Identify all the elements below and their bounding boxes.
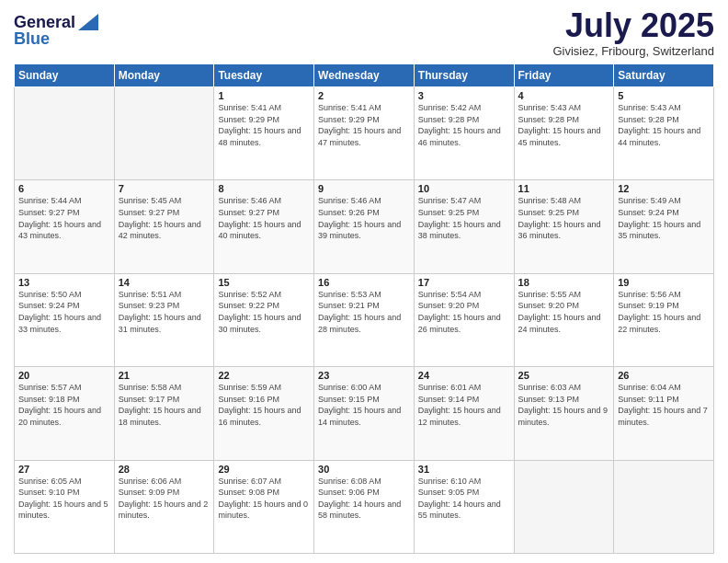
day-number: 5 [618,90,710,101]
day-cell [614,460,714,553]
week-row-5: 27Sunrise: 6:05 AMSunset: 9:10 PMDayligh… [15,460,714,553]
day-cell: 10Sunrise: 5:47 AMSunset: 9:25 PMDayligh… [414,180,514,273]
day-info: Sunrise: 5:58 AMSunset: 9:17 PMDaylight:… [119,382,210,428]
calendar-table: SundayMondayTuesdayWednesdayThursdayFrid… [14,63,714,554]
day-cell: 14Sunrise: 5:51 AMSunset: 9:23 PMDayligh… [114,273,214,366]
day-cell: 30Sunrise: 6:08 AMSunset: 9:06 PMDayligh… [314,460,415,553]
weekday-header-thursday: Thursday [414,64,514,87]
day-cell: 23Sunrise: 6:00 AMSunset: 9:15 PMDayligh… [314,367,415,460]
logo-blue-text: Blue [14,29,98,49]
day-number: 3 [418,90,510,101]
day-number: 19 [618,277,710,288]
day-number: 23 [318,370,410,381]
day-number: 26 [618,370,710,381]
week-row-1: 1Sunrise: 5:41 AMSunset: 9:29 PMDaylight… [15,87,714,180]
day-number: 22 [218,370,310,381]
day-number: 6 [18,183,110,194]
day-info: Sunrise: 5:56 AMSunset: 9:19 PMDaylight:… [618,289,710,335]
day-number: 4 [518,90,610,101]
day-number: 17 [418,277,510,288]
day-number: 11 [518,183,610,194]
day-info: Sunrise: 5:54 AMSunset: 9:20 PMDaylight:… [418,289,510,335]
day-number: 30 [318,464,410,475]
day-number: 18 [518,277,610,288]
day-cell: 27Sunrise: 6:05 AMSunset: 9:10 PMDayligh… [15,460,115,553]
day-cell: 5Sunrise: 5:43 AMSunset: 9:28 PMDaylight… [614,87,714,180]
day-info: Sunrise: 5:43 AMSunset: 9:28 PMDaylight:… [518,102,610,148]
day-number: 1 [218,90,310,101]
day-info: Sunrise: 6:10 AMSunset: 9:05 PMDaylight:… [418,476,510,522]
day-info: Sunrise: 5:46 AMSunset: 9:27 PMDaylight:… [218,195,310,241]
day-info: Sunrise: 5:48 AMSunset: 9:25 PMDaylight:… [518,195,610,241]
week-row-2: 6Sunrise: 5:44 AMSunset: 9:27 PMDaylight… [15,180,714,273]
day-info: Sunrise: 6:08 AMSunset: 9:06 PMDaylight:… [318,476,410,522]
day-info: Sunrise: 5:55 AMSunset: 9:20 PMDaylight:… [518,289,610,335]
day-info: Sunrise: 5:43 AMSunset: 9:28 PMDaylight:… [618,102,710,148]
title-block: July 2025 Givisiez, Fribourg, Switzerlan… [552,9,714,58]
day-number: 2 [318,90,410,101]
day-info: Sunrise: 6:00 AMSunset: 9:15 PMDaylight:… [318,382,410,428]
header: General Blue July 2025 Givisiez, Fribour… [14,9,714,58]
day-info: Sunrise: 5:42 AMSunset: 9:28 PMDaylight:… [418,102,510,148]
day-info: Sunrise: 5:46 AMSunset: 9:26 PMDaylight:… [318,195,410,241]
day-info: Sunrise: 5:41 AMSunset: 9:29 PMDaylight:… [318,102,410,148]
weekday-header-monday: Monday [114,64,214,87]
day-cell: 2Sunrise: 5:41 AMSunset: 9:29 PMDaylight… [314,87,415,180]
day-number: 25 [518,370,610,381]
day-cell: 24Sunrise: 6:01 AMSunset: 9:14 PMDayligh… [414,367,514,460]
day-info: Sunrise: 5:49 AMSunset: 9:24 PMDaylight:… [618,195,710,241]
day-number: 15 [218,277,310,288]
logo: General Blue [14,13,98,49]
day-number: 21 [119,370,210,381]
day-number: 12 [618,183,710,194]
day-info: Sunrise: 5:45 AMSunset: 9:27 PMDaylight:… [119,195,210,241]
logo-icon [78,14,98,30]
day-number: 9 [318,183,410,194]
day-cell [15,87,115,180]
weekday-header-saturday: Saturday [614,64,714,87]
subtitle: Givisiez, Fribourg, Switzerland [552,44,714,58]
week-row-3: 13Sunrise: 5:50 AMSunset: 9:24 PMDayligh… [15,273,714,366]
day-cell: 29Sunrise: 6:07 AMSunset: 9:08 PMDayligh… [214,460,314,553]
day-number: 28 [119,464,210,475]
day-cell: 13Sunrise: 5:50 AMSunset: 9:24 PMDayligh… [15,273,115,366]
day-cell: 16Sunrise: 5:53 AMSunset: 9:21 PMDayligh… [314,273,415,366]
weekday-header-friday: Friday [514,64,614,87]
day-number: 8 [218,183,310,194]
day-cell: 26Sunrise: 6:04 AMSunset: 9:11 PMDayligh… [614,367,714,460]
day-cell: 18Sunrise: 5:55 AMSunset: 9:20 PMDayligh… [514,273,614,366]
day-info: Sunrise: 6:05 AMSunset: 9:10 PMDaylight:… [18,476,110,522]
day-number: 13 [18,277,110,288]
day-info: Sunrise: 5:59 AMSunset: 9:16 PMDaylight:… [218,382,310,428]
day-cell: 6Sunrise: 5:44 AMSunset: 9:27 PMDaylight… [15,180,115,273]
day-cell: 21Sunrise: 5:58 AMSunset: 9:17 PMDayligh… [114,367,214,460]
day-cell: 9Sunrise: 5:46 AMSunset: 9:26 PMDaylight… [314,180,415,273]
day-cell: 22Sunrise: 5:59 AMSunset: 9:16 PMDayligh… [214,367,314,460]
day-info: Sunrise: 5:44 AMSunset: 9:27 PMDaylight:… [18,195,110,241]
day-number: 31 [418,464,510,475]
weekday-header-wednesday: Wednesday [314,64,415,87]
day-cell: 20Sunrise: 5:57 AMSunset: 9:18 PMDayligh… [15,367,115,460]
day-cell: 28Sunrise: 6:06 AMSunset: 9:09 PMDayligh… [114,460,214,553]
day-info: Sunrise: 5:52 AMSunset: 9:22 PMDaylight:… [218,289,310,335]
day-cell: 17Sunrise: 5:54 AMSunset: 9:20 PMDayligh… [414,273,514,366]
weekday-header-tuesday: Tuesday [214,64,314,87]
day-number: 14 [119,277,210,288]
day-cell: 1Sunrise: 5:41 AMSunset: 9:29 PMDaylight… [214,87,314,180]
day-cell: 11Sunrise: 5:48 AMSunset: 9:25 PMDayligh… [514,180,614,273]
day-info: Sunrise: 6:03 AMSunset: 9:13 PMDaylight:… [518,382,610,428]
week-row-4: 20Sunrise: 5:57 AMSunset: 9:18 PMDayligh… [15,367,714,460]
weekday-header-sunday: Sunday [15,64,115,87]
day-cell: 3Sunrise: 5:42 AMSunset: 9:28 PMDaylight… [414,87,514,180]
day-number: 27 [18,464,110,475]
page: General Blue July 2025 Givisiez, Fribour… [0,0,728,563]
day-number: 24 [418,370,510,381]
day-cell: 4Sunrise: 5:43 AMSunset: 9:28 PMDaylight… [514,87,614,180]
day-info: Sunrise: 6:04 AMSunset: 9:11 PMDaylight:… [618,382,710,428]
svg-marker-0 [78,14,98,30]
day-number: 16 [318,277,410,288]
day-number: 20 [18,370,110,381]
day-cell: 12Sunrise: 5:49 AMSunset: 9:24 PMDayligh… [614,180,714,273]
day-info: Sunrise: 6:01 AMSunset: 9:14 PMDaylight:… [418,382,510,428]
day-info: Sunrise: 5:51 AMSunset: 9:23 PMDaylight:… [119,289,210,335]
